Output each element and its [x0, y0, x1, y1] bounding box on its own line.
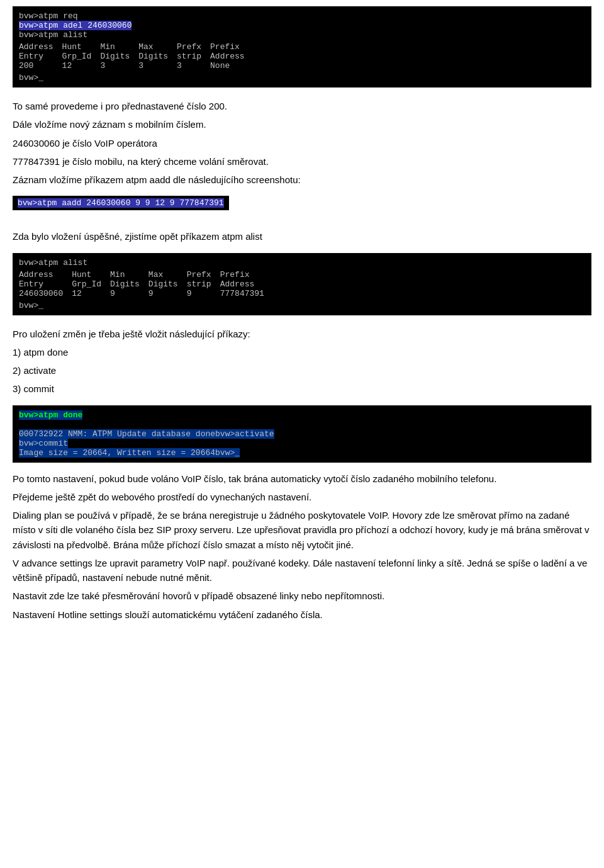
t3-col-hunt-grpid: HuntGrp_Id — [72, 270, 110, 289]
cell-max: 3 — [138, 61, 177, 70]
cell-hunt: 12 — [62, 61, 101, 70]
terminal-1-line3: bvw>atpm alist — [19, 30, 585, 40]
terminal-1: bvw>atpm req bvw>atpm adel 246030060 bvw… — [13, 6, 591, 87]
text-list1: 1) atpm done — [13, 345, 591, 359]
text-p4: 777847391 je číslo mobilu, na který chce… — [13, 154, 591, 169]
text-p13: Nastavení Hotline settings slouží automa… — [13, 607, 591, 622]
t3-cell-max: 9 — [148, 289, 187, 298]
t3-cell-min: 9 — [110, 289, 148, 298]
text-p2: Dále vložíme nový záznam s mobilním čísl… — [13, 117, 591, 132]
t3-cell-hunt: 12 — [72, 289, 110, 298]
prose-section-1: To samé provedeme i pro přednastavené čí… — [13, 99, 591, 187]
text-p3: 246030060 je číslo VoIP operátora — [13, 136, 591, 150]
t3-col-min-digits: MinDigits — [110, 270, 148, 289]
t3-cell-address: 246030060 — [19, 289, 72, 298]
prose-section-2: Zda bylo vložení úspěšné, zjistíme opět … — [13, 229, 591, 244]
t3-col-prefix-address: PrefixAddress — [220, 270, 273, 289]
terminal-4-line1: bvw>atpm done — [19, 410, 585, 420]
prose-section-4: Po tomto nastavení, pokud bude voláno Vo… — [13, 471, 591, 622]
text-list2: 2) activate — [13, 363, 591, 378]
terminal-1-table: AddressEntry HuntGrp_Id MinDigits MaxDig… — [19, 42, 254, 70]
text-p12: Nastavit zde lze také přesměrování hovor… — [13, 589, 591, 603]
text-p1: To samé provedeme i pro přednastavené čí… — [13, 99, 591, 113]
text-p11: V advance settings lze upravit parametry… — [13, 556, 591, 585]
col-min-digits: MinDigits — [100, 42, 138, 61]
text-p7: Pro uložení změn je třeba ještě vložit n… — [13, 327, 591, 341]
cell-address: 200 — [19, 61, 62, 70]
col-address-entry: AddressEntry — [19, 42, 62, 61]
col-max-digits: MaxDigits — [138, 42, 177, 61]
text-list3: 3) commit — [13, 381, 591, 396]
col-prefix-address: PrefixAddress — [210, 42, 254, 61]
prose-section-3: Pro uložení změn je třeba ještě vložit n… — [13, 327, 591, 397]
cell-min: 3 — [100, 61, 138, 70]
text-p5: Záznam vložíme příkazem atpm aadd dle ná… — [13, 172, 591, 187]
terminal-3-table-area: AddressEntry HuntGrp_Id MinDigits MaxDig… — [19, 270, 585, 298]
terminal-3-line1: bvw>atpm alist — [19, 258, 585, 268]
text-p8: Po tomto nastavení, pokud bude voláno Vo… — [13, 471, 591, 486]
col-prefx-strip: Prefxstrip — [177, 42, 210, 61]
text-p10: Dialing plan se používá v případě, že se… — [13, 508, 591, 552]
terminal-4-line2: 000732922 NMM: ATPM Update database done… — [19, 429, 585, 439]
terminal-2: bvw>atpm aadd 246030060 9 9 12 9 7778473… — [13, 196, 229, 210]
text-p9: Přejdeme ještě zpět do webového prostřed… — [13, 490, 591, 504]
t3-col-address-entry: AddressEntry — [19, 270, 72, 289]
terminal-1-prompt: bvw>_ — [19, 73, 585, 82]
terminal-1-line1: bvw>atpm req — [19, 11, 585, 21]
terminal-3: bvw>atpm alist AddressEntry HuntGrp_Id M… — [13, 253, 591, 315]
text-p6: Zda bylo vložení úspěšné, zjistíme opět … — [13, 229, 591, 244]
t3-cell-prefix-addr: 777847391 — [220, 289, 273, 298]
terminal-3-prompt: bvw>_ — [19, 301, 585, 310]
cell-prefx: 3 — [177, 61, 210, 70]
terminal-1-table-area: AddressEntry HuntGrp_Id MinDigits MaxDig… — [19, 42, 585, 70]
t3-col-prefx-strip: Prefxstrip — [187, 270, 220, 289]
terminal-4-line3: bvw>commit — [19, 439, 585, 448]
col-hunt-grpid: HuntGrp_Id — [62, 42, 101, 61]
terminal-3-table: AddressEntry HuntGrp_Id MinDigits MaxDig… — [19, 270, 273, 298]
t3-cell-prefx: 9 — [187, 289, 220, 298]
cell-prefix-addr: None — [210, 61, 254, 70]
terminal-2-cmd: bvw>atpm aadd 246030060 9 9 12 9 7778473… — [18, 198, 224, 208]
terminal-1-line2: bvw>atpm adel 246030060 — [19, 21, 585, 30]
terminal-4-line4: Image size = 20664, Written size = 20664… — [19, 448, 585, 458]
terminal-4: bvw>atpm done 000732922 NMM: ATPM Update… — [13, 405, 591, 463]
t3-col-max-digits: MaxDigits — [148, 270, 187, 289]
